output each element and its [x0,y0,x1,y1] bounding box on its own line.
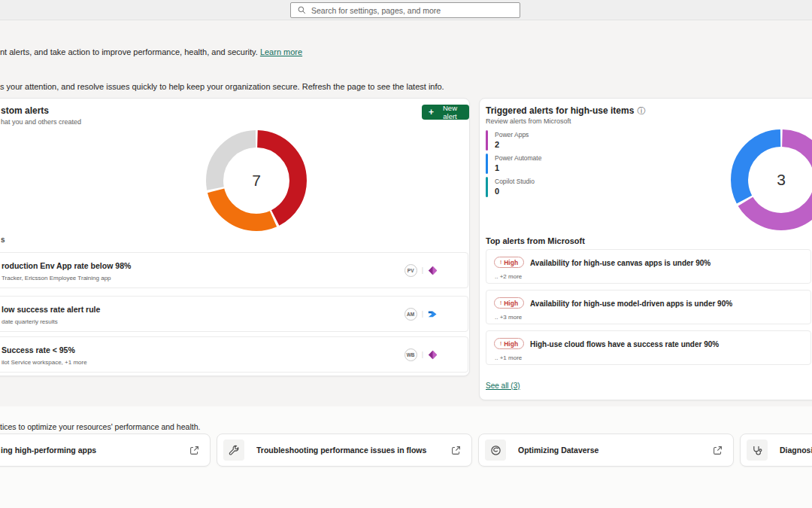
custom-alerts-donut-chart: 7 [200,124,313,237]
legend-color-bar [486,154,488,174]
new-alert-button[interactable]: + New alert [422,105,469,120]
legend-value: 1 [495,163,541,172]
avatar: WB [404,348,417,361]
search-input[interactable] [311,6,513,15]
external-link-icon [451,446,461,455]
alert-title: Success rate < 95% [2,345,75,354]
alert-subtitle: .. +2 more [495,273,522,280]
resource-card-diagnosing[interactable]: Diagnosing is [740,433,812,467]
top-alerts-heading: Top alerts from Microsoft [486,236,585,245]
triggered-alerts-card: Triggered alerts for high-use itemsⓘ Rev… [479,98,812,400]
legend-value: 2 [495,140,529,149]
external-link-icon [189,446,199,455]
see-all-link[interactable]: See all (3) [486,382,520,390]
custom-alerts-list-heading: s [1,236,5,244]
alert-subtitle: date quarterly results [2,318,58,325]
microsoft-alert-row[interactable]: ! High Availability for high-use canvas … [486,249,811,284]
alert-title: low success rate alert rule [2,305,100,314]
avatar: PV [404,264,417,277]
custom-alerts-subtitle: hat you and others created [1,118,81,126]
learn-more-link[interactable]: Learn more [260,47,302,56]
legend-label: Copilot Studio [495,178,535,185]
page-intro-text: nt alerts, and take action to improve pe… [0,47,302,56]
stethoscope-icon [747,440,768,461]
alert-subtitle: ilot Service workspace, +1 more [2,359,87,366]
custom-alerts-donut-total: 7 [200,124,313,237]
divider: | [422,266,423,274]
legend-color-bar [486,130,488,151]
external-link-icon [713,446,723,455]
divider: | [422,310,423,318]
dataverse-icon [485,440,506,461]
legend-value: 0 [495,187,535,196]
custom-alert-row[interactable]: low success rate alert rule date quarter… [0,296,468,332]
alert-title: roduction Env App rate below 98% [2,261,131,270]
resource-card-apps[interactable]: ing high-performing apps [0,433,211,467]
divider: | [422,351,423,358]
alert-subtitle: .. +3 more [495,314,522,321]
info-icon[interactable]: ⓘ [637,106,645,115]
alert-subtitle: .. +1 more [495,354,522,361]
resource-card-dataverse[interactable]: Optimizing Dataverse [478,433,734,467]
legend-label: Power Apps [495,131,529,138]
exclamation-icon: ! [500,340,501,347]
alert-title: Availability for high-use canvas apps is… [530,259,710,267]
power-apps-icon [428,266,438,275]
legend-item: Copilot Studio 0 [486,177,535,197]
resource-card-flows[interactable]: Troubleshooting performance issues in fl… [217,433,472,467]
custom-alerts-card: stom alerts hat you and others created +… [0,98,470,376]
alert-subtitle: Tracker, Ericsson Employee Training app [2,275,111,281]
high-severity-badge: ! High [494,338,524,349]
plus-icon: + [429,108,434,117]
page: nt alerts, and take action to improve pe… [0,0,812,508]
legend-item: Power Apps 2 [486,130,529,151]
resource-title: ing high-performing apps [1,446,189,455]
search-box[interactable] [290,2,520,18]
triggered-alerts-title: Triggered alerts for high-use itemsⓘ [486,105,645,117]
resource-title: Optimizing Dataverse [518,446,713,455]
triggered-alerts-donut-chart: 3 [725,123,812,236]
triggered-alerts-subtitle: Review alerts from Microsoft [486,117,571,125]
resource-title: Diagnosing is [780,446,812,455]
legend-color-bar [486,177,488,197]
high-severity-badge: ! High [494,297,524,309]
high-severity-badge: ! High [494,257,524,268]
resource-title: Troubleshooting performance issues in fl… [256,446,451,455]
alert-title: Availability for high-use model-driven a… [530,300,732,308]
wrench-icon [223,440,244,461]
exclamation-icon: ! [500,259,501,266]
exclamation-icon: ! [500,300,501,306]
avatar: AM [404,308,417,321]
legend-label: Power Automate [495,154,541,162]
custom-alert-row[interactable]: Success rate < 95% ilot Service workspac… [0,336,468,373]
microsoft-alert-row[interactable]: ! High Availability for high-use model-d… [486,290,811,324]
search-icon [298,6,306,14]
power-apps-icon [428,350,438,360]
triggered-alerts-donut-total: 3 [725,123,812,236]
resources-intro-text: tices to optimize your resources' perfor… [0,422,200,431]
alerts-section-intro-text: s your attention, and resolve issues qui… [0,82,444,91]
microsoft-alert-row[interactable]: ! High High-use cloud flows have a succe… [486,330,811,365]
alert-title: High-use cloud flows have a success rate… [530,340,719,348]
legend-item: Power Automate 1 [486,154,541,174]
custom-alert-row[interactable]: roduction Env App rate below 98% Tracker… [0,252,468,288]
power-automate-icon [428,309,438,319]
custom-alerts-title: stom alerts [1,105,49,116]
